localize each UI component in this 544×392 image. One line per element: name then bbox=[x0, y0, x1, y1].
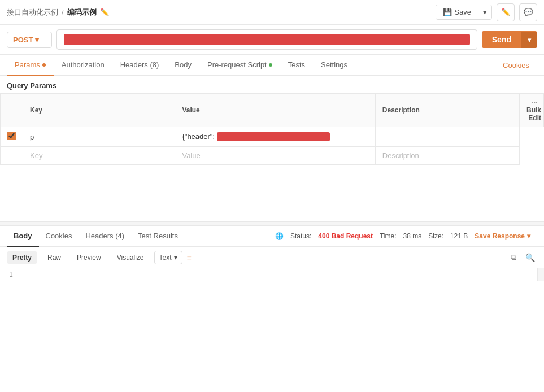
col-description: Description bbox=[375, 94, 519, 127]
tab-headers-label: Headers (8) bbox=[120, 60, 159, 69]
table-row-empty: Key Value Description bbox=[1, 147, 544, 165]
row-checkbox[interactable] bbox=[7, 132, 16, 140]
col-value: Value bbox=[175, 94, 375, 127]
save-label: Save bbox=[454, 8, 471, 16]
tab-params-label: Params bbox=[15, 60, 40, 69]
dots-icon[interactable]: ··· bbox=[532, 98, 537, 106]
param-value-redacted bbox=[217, 132, 330, 141]
response-tab-body[interactable]: Body bbox=[7, 226, 39, 247]
format-raw-label: Raw bbox=[47, 254, 61, 262]
empty-value[interactable]: Value bbox=[175, 147, 375, 165]
send-button[interactable]: Send bbox=[482, 31, 521, 48]
format-bar-right: ⧉ 🔍 bbox=[508, 250, 537, 264]
format-tab-pretty[interactable]: Pretty bbox=[7, 251, 37, 264]
section-divider bbox=[0, 221, 544, 226]
code-content[interactable] bbox=[20, 268, 537, 281]
response-body-label: Body bbox=[14, 232, 32, 240]
size-value: 121 B bbox=[450, 232, 468, 240]
response-headers-label: Headers (4) bbox=[85, 232, 124, 240]
code-area: 1 bbox=[0, 268, 544, 281]
table-row: p {"header": bbox=[1, 127, 544, 147]
format-bar: Pretty Raw Preview Visualize Text ▾ ≡ ⧉ … bbox=[0, 247, 544, 268]
response-status: 🌐 Status: 400 Bad Request Time: 38 ms Si… bbox=[268, 232, 537, 240]
desc-placeholder: Description bbox=[382, 151, 419, 160]
line-number-1: 1 bbox=[7, 271, 13, 278]
top-bar: 接口自动化示例 / 编码示例 ✏️ 💾 Save ▾ ✏️ 💬 bbox=[0, 0, 544, 25]
empty-checkbox-cell bbox=[1, 147, 23, 165]
scrollbar[interactable] bbox=[537, 268, 544, 281]
bulk-edit-button[interactable]: Bulk Edit bbox=[526, 106, 541, 122]
cookies-link[interactable]: Cookies bbox=[495, 55, 537, 75]
save-button[interactable]: 💾 Save bbox=[436, 5, 478, 19]
tab-body[interactable]: Body bbox=[167, 55, 199, 76]
url-bar: POST ▾ Send ▾ bbox=[0, 25, 544, 55]
response-tab-headers[interactable]: Headers (4) bbox=[79, 226, 131, 247]
col-bulk: ··· Bulk Edit bbox=[519, 94, 543, 127]
copy-button[interactable]: ⧉ bbox=[508, 250, 519, 264]
save-response-label: Save Response bbox=[475, 232, 525, 240]
format-tab-visualize[interactable]: Visualize bbox=[111, 251, 150, 264]
request-tabs: Params Authorization Headers (8) Body Pr… bbox=[0, 55, 544, 76]
save-response-chevron: ▾ bbox=[527, 232, 530, 240]
param-value-prefix: {"header": bbox=[182, 132, 216, 141]
breadcrumb: 接口自动化示例 / 编码示例 ✏️ bbox=[7, 7, 109, 18]
tab-headers[interactable]: Headers (8) bbox=[112, 55, 167, 76]
time-value: 38 ms bbox=[403, 232, 422, 240]
tab-tests-label: Tests bbox=[288, 60, 305, 69]
edit-icon[interactable]: ✏️ bbox=[100, 8, 109, 16]
method-dropdown-icon: ▾ bbox=[35, 36, 39, 44]
pencil-action-button[interactable]: ✏️ bbox=[497, 3, 515, 21]
response-tab-test-results[interactable]: Test Results bbox=[131, 226, 185, 247]
param-description[interactable] bbox=[375, 127, 519, 147]
send-dropdown-button[interactable]: ▾ bbox=[521, 32, 537, 48]
params-dot bbox=[42, 63, 46, 67]
format-type-select[interactable]: Text ▾ bbox=[154, 251, 182, 264]
breadcrumb-current: 编码示例 bbox=[67, 7, 97, 18]
param-value[interactable]: {"header": bbox=[175, 127, 375, 147]
tab-tests[interactable]: Tests bbox=[280, 55, 313, 76]
line-numbers: 1 bbox=[0, 268, 20, 281]
comment-action-button[interactable]: 💬 bbox=[519, 3, 537, 21]
value-placeholder: Value bbox=[182, 151, 200, 160]
size-label: Size: bbox=[428, 232, 443, 240]
save-button-group: 💾 Save ▾ bbox=[436, 5, 492, 20]
tab-authorization[interactable]: Authorization bbox=[54, 55, 112, 76]
params-table: Key Value Description ··· Bulk Edit p {"… bbox=[0, 93, 544, 165]
breadcrumb-separator: / bbox=[62, 8, 64, 16]
format-tab-raw[interactable]: Raw bbox=[42, 251, 67, 264]
save-icon: 💾 bbox=[443, 8, 452, 16]
query-params-title: Query Params bbox=[0, 76, 544, 93]
response-test-results-label: Test Results bbox=[138, 232, 178, 240]
search-button[interactable]: 🔍 bbox=[523, 250, 537, 264]
save-response-button[interactable]: Save Response ▾ bbox=[475, 232, 530, 240]
row-checkbox-cell bbox=[1, 127, 23, 147]
status-label: Status: bbox=[290, 232, 311, 240]
format-type-chevron: ▾ bbox=[174, 254, 177, 262]
key-placeholder: Key bbox=[30, 151, 42, 160]
method-select[interactable]: POST ▾ bbox=[7, 32, 52, 48]
format-tab-preview[interactable]: Preview bbox=[71, 251, 107, 264]
format-visualize-label: Visualize bbox=[117, 254, 144, 262]
method-label: POST bbox=[13, 36, 33, 44]
tab-settings[interactable]: Settings bbox=[313, 55, 355, 76]
empty-description[interactable]: Description bbox=[375, 147, 519, 165]
breadcrumb-parent[interactable]: 接口自动化示例 bbox=[7, 7, 58, 18]
response-tab-cookies[interactable]: Cookies bbox=[39, 226, 79, 247]
wrap-icon[interactable]: ≡ bbox=[187, 253, 192, 262]
response-cookies-label: Cookies bbox=[46, 232, 72, 240]
empty-key[interactable]: Key bbox=[23, 147, 175, 165]
col-key: Key bbox=[23, 94, 175, 127]
tab-prerequest-label: Pre-request Script bbox=[207, 60, 267, 69]
prerequest-dot bbox=[269, 63, 272, 67]
status-badge: 400 Bad Request bbox=[318, 232, 373, 240]
time-label: Time: bbox=[380, 232, 397, 240]
tab-body-label: Body bbox=[175, 60, 192, 69]
response-tabs: Body Cookies Headers (4) Test Results 🌐 … bbox=[0, 226, 544, 247]
param-key[interactable]: p bbox=[23, 127, 175, 147]
save-dropdown-button[interactable]: ▾ bbox=[478, 5, 491, 19]
tab-prerequest[interactable]: Pre-request Script bbox=[199, 55, 280, 76]
tab-params[interactable]: Params bbox=[7, 55, 54, 76]
tab-authorization-label: Authorization bbox=[62, 60, 105, 69]
params-spacer bbox=[0, 165, 544, 221]
url-input[interactable] bbox=[56, 29, 477, 50]
